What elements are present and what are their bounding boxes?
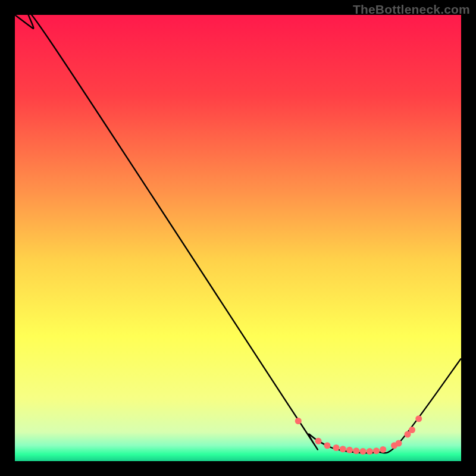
chart-plot-area — [15, 15, 461, 461]
marker-dot — [324, 442, 331, 449]
marker-dot — [367, 448, 373, 455]
chart-svg — [15, 15, 461, 461]
gradient-background — [15, 15, 461, 461]
marker-dot — [360, 448, 367, 455]
marker-dot — [415, 415, 422, 422]
marker-dot — [396, 440, 402, 447]
marker-dot — [295, 418, 302, 424]
marker-dot — [373, 447, 380, 454]
marker-dot — [340, 446, 346, 452]
marker-dot — [353, 447, 359, 454]
chart-frame: TheBottleneck.com — [0, 0, 476, 476]
marker-dot — [409, 427, 415, 433]
marker-dot — [315, 438, 322, 444]
attribution-text: TheBottleneck.com — [353, 2, 470, 17]
marker-dot — [346, 447, 353, 453]
marker-dot — [380, 446, 386, 453]
marker-dot — [333, 444, 340, 451]
